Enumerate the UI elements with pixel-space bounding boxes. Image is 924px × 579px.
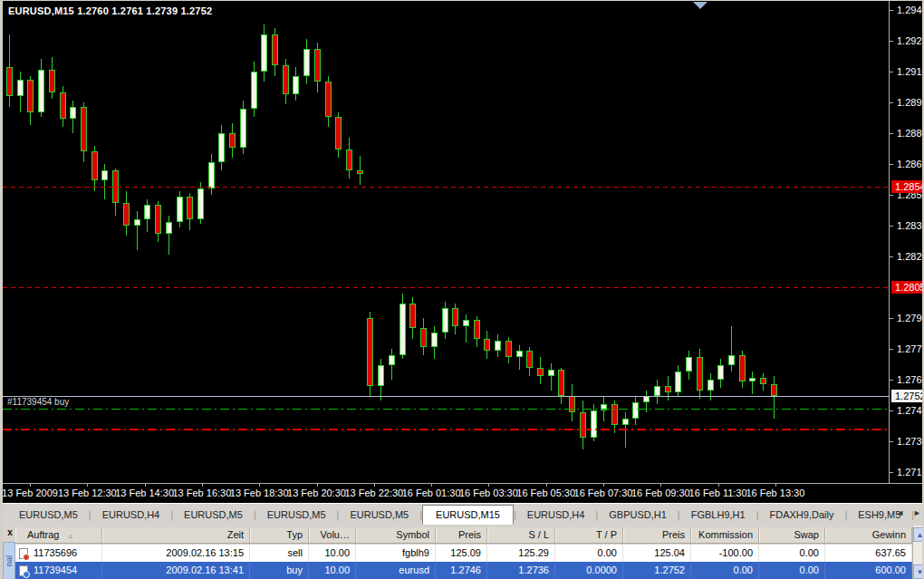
bear-candle xyxy=(272,34,278,65)
time-axis-tick xyxy=(202,484,203,487)
time-axis-label: 13 Feb 2009 xyxy=(2,487,58,498)
chart-tab-eurusd-m5[interactable]: EURUSD,M5 xyxy=(8,506,89,524)
bull-candle xyxy=(17,80,24,96)
column-header-gewinn[interactable]: Gewinn xyxy=(825,527,912,543)
bear-candle xyxy=(580,412,586,438)
order-row-11739454[interactable]: 117394542009.02.16 13:41buy10.00eurusd1.… xyxy=(15,562,912,579)
column-header-symbol[interactable]: Symbol xyxy=(356,527,436,543)
terminal-side-tab[interactable]: nal xyxy=(3,542,15,579)
chart-shift-triangle-icon[interactable] xyxy=(693,2,707,9)
chart-tab-bar: EURUSD,M5|EURUSD,H4|EURUSD,M5|EURUSD,M5|… xyxy=(3,503,924,526)
order-doc-icon xyxy=(19,548,28,559)
order-id-cell: 11739454 xyxy=(15,562,102,579)
price-axis[interactable]: 1.28541.28051.27521.29401.29251.29101.28… xyxy=(889,1,924,483)
bear-candle xyxy=(760,378,766,384)
chart-tab-eurusd-m15[interactable]: EURUSD,M15 xyxy=(422,505,514,525)
chart-tab-eurusd-m5[interactable]: EURUSD,M5 xyxy=(339,506,419,524)
column-header-t-p[interactable]: T / P xyxy=(555,527,623,543)
chart-tab-eurusd-h4[interactable]: EURUSD,H4 xyxy=(91,506,171,524)
bull-candle xyxy=(208,162,215,188)
column-header-typ[interactable]: Typ xyxy=(250,527,309,543)
column-header-swap[interactable]: Swap xyxy=(759,527,825,543)
time-axis-label: 16 Feb 05:30 xyxy=(516,487,575,498)
bear-candle xyxy=(665,386,671,392)
time-axis-tick xyxy=(374,484,375,487)
order-row-11735696[interactable]: 117356962009.02.16 13:15sell10.00fgblh91… xyxy=(15,545,912,562)
cell-price: 1.2746 xyxy=(436,562,487,579)
time-axis-tick xyxy=(775,484,776,487)
column-header-preis[interactable]: Preis xyxy=(623,527,691,543)
chart-tab-gbpusd-h1[interactable]: GBPUSD,H1 xyxy=(598,506,678,524)
bear-candle xyxy=(739,355,746,381)
bear-candle xyxy=(229,133,236,148)
chart-tab-fgblh9-h1[interactable]: FGBLH9,H1 xyxy=(680,506,756,524)
scroll-up-icon[interactable]: ▲ xyxy=(913,527,924,542)
time-axis-label: 13 Feb 18:30 xyxy=(230,487,289,498)
time-axis-tick xyxy=(603,484,604,487)
bear-candle xyxy=(187,197,193,219)
tab-scroll-left-icon[interactable]: ◄ xyxy=(896,508,904,517)
price-axis-label: 1.2760 xyxy=(890,373,924,386)
bull-candle xyxy=(717,365,724,380)
column-header-zeit[interactable]: Zeit xyxy=(102,527,250,543)
candle-wick xyxy=(519,345,520,370)
bear-candle xyxy=(91,151,98,180)
tab-scroll-right-icon[interactable]: ► xyxy=(913,508,921,517)
chart-plot-area[interactable]: EURUSD,M15 1.2760 1.2761 1.2739 1.2752 #… xyxy=(3,1,889,483)
order-line[interactable] xyxy=(3,409,889,410)
bear-candle xyxy=(537,368,544,376)
time-axis-label: 16 Feb 13:30 xyxy=(746,487,804,498)
chart-tab-fdaxh9-daily[interactable]: FDAXH9,Daily xyxy=(758,506,844,524)
price-axis-label: 1.2775 xyxy=(890,343,924,355)
bull-candle xyxy=(389,355,395,365)
order-id: 11739454 xyxy=(34,562,77,579)
bear-candle xyxy=(474,320,480,339)
time-axis-label: 13 Feb 22:30 xyxy=(344,487,403,498)
candle-wick xyxy=(752,372,753,394)
column-header-preis[interactable]: Preis xyxy=(436,527,487,543)
level-line[interactable] xyxy=(3,287,889,288)
chart-tab-eurusd-h4[interactable]: EURUSD,H4 xyxy=(516,506,596,524)
bull-candle xyxy=(728,355,735,365)
level-line[interactable] xyxy=(3,429,889,430)
price-axis-label: 1.2925 xyxy=(890,34,924,47)
column-header-s-l[interactable]: S / L xyxy=(487,527,555,543)
time-axis-tick xyxy=(546,484,547,487)
bull-candle xyxy=(548,370,554,376)
order-line-label: #11739454 buy xyxy=(7,397,69,407)
time-axis-label: 16 Feb 07:30 xyxy=(574,487,633,498)
terminal-scrollbar[interactable]: ▲ ▼ xyxy=(912,526,924,579)
chart-tab-eurusd-m5[interactable]: EURUSD,M5 xyxy=(173,506,254,524)
bear-candle xyxy=(155,205,161,234)
cell-swap: 0.00 xyxy=(759,545,825,562)
time-axis[interactable]: 13 Feb 200913 Feb 12:3013 Feb 14:3013 Fe… xyxy=(3,483,924,503)
bear-candle xyxy=(314,49,321,82)
time-axis-label: 13 Feb 12:30 xyxy=(58,487,117,498)
chart-tab-eurusd-m5[interactable]: EURUSD,M5 xyxy=(256,506,337,524)
level-line[interactable] xyxy=(3,187,889,188)
candle-wick xyxy=(466,314,467,343)
scroll-down-icon[interactable]: ▼ xyxy=(913,565,924,579)
bull-candle xyxy=(622,419,629,425)
terminal-panel: x nal Auftrag▵ZeitTypVolu…SymbolPreisS /… xyxy=(3,526,924,579)
column-header-volu-[interactable]: Volu… xyxy=(309,527,356,543)
sort-ascending-icon: ▵ xyxy=(68,531,72,540)
time-axis-label: 13 Feb 20:30 xyxy=(287,487,346,498)
cell-time: 2009.02.16 13:15 xyxy=(102,545,250,562)
bid-price-line[interactable] xyxy=(3,396,889,397)
candle-wick xyxy=(551,363,552,391)
bull-candle xyxy=(399,304,406,355)
cell-commission: 0.00 xyxy=(691,562,759,579)
orders-table-header: Auftrag▵ZeitTypVolu…SymbolPreisS / LT / … xyxy=(15,527,912,544)
bear-candle xyxy=(283,65,289,94)
cell-volume: 10.00 xyxy=(309,545,356,562)
bull-candle xyxy=(442,308,448,333)
time-axis-tick xyxy=(660,484,661,487)
terminal-close-button[interactable]: x xyxy=(5,526,15,539)
column-header-auftrag[interactable]: Auftrag▵ xyxy=(15,527,102,543)
price-axis-label: 1.2895 xyxy=(890,96,924,109)
bear-candle xyxy=(123,203,130,226)
bull-candle xyxy=(261,34,267,72)
column-header-kommission[interactable]: Kommission xyxy=(691,527,759,543)
bear-candle xyxy=(697,357,703,391)
